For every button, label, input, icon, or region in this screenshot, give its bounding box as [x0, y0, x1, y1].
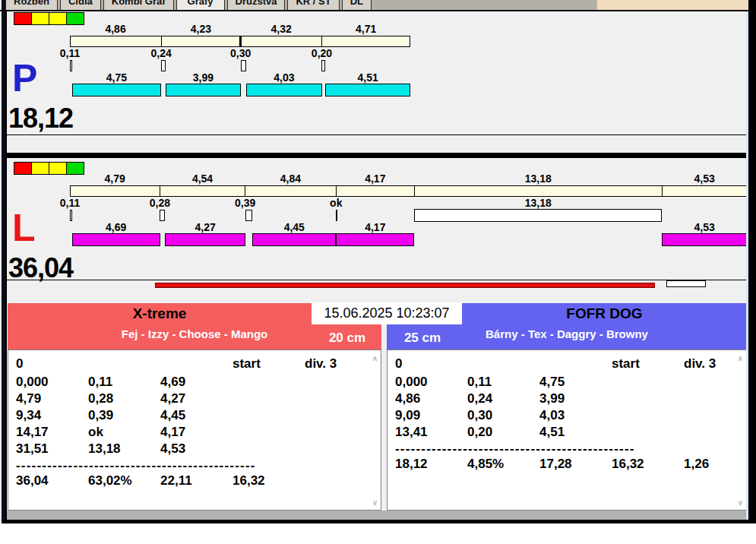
table-cell: 16,32	[232, 473, 265, 489]
table-header-start: start	[232, 356, 261, 372]
table-cell: 63,02%	[88, 473, 132, 489]
tab-label: KR / ST	[296, 0, 331, 7]
tab-grafy[interactable]: Grafy	[176, 0, 225, 10]
table-cell: 22,11	[160, 473, 192, 489]
table-cell: 4,79	[16, 391, 41, 406]
scroll-down-icon[interactable]: ∨	[738, 499, 743, 507]
timeline-marker-bar	[155, 283, 655, 288]
table-cell: 4,69	[160, 375, 185, 390]
panel-divider	[5, 153, 748, 158]
tab-label: Kombi Graf	[112, 0, 166, 7]
table-cell: 4,53	[160, 441, 185, 457]
table-header-start: start	[612, 356, 640, 372]
table-cell: 3,99	[539, 391, 565, 406]
table-cell: 4,27	[160, 391, 185, 406]
table-cell: 0,11	[88, 375, 112, 390]
tab-dl[interactable]: DL	[342, 0, 372, 10]
team-left-name: X-treme	[8, 305, 312, 322]
flyball-timing-window: RozbehCidlaKombi GrafGrafyDruzstvaKR / S…	[0, 0, 756, 544]
team-left-results-list[interactable]: 0 start div. 3 ∧ ∨ 0,0000,114,694,790,28…	[8, 349, 381, 511]
bottom-scroll-strip	[7, 511, 746, 520]
table-cell: 4,45	[160, 408, 185, 423]
table-cell: 0,30	[467, 408, 492, 423]
scroll-down-icon[interactable]: ∨	[372, 499, 378, 507]
table-cell: 9,34	[16, 408, 41, 423]
tab-rozbeh[interactable]: Rozbeh	[5, 0, 58, 10]
window-right-border	[748, 0, 756, 523]
table-cell: 18,12	[395, 457, 428, 472]
table-cell: 0,11	[467, 375, 492, 390]
table-header-zero: 0	[16, 356, 23, 372]
table-cell: 31,51	[16, 441, 49, 457]
scroll-up-icon[interactable]: ∧	[738, 355, 743, 362]
table-cell: 4,86	[395, 391, 420, 406]
tab-label: Rozbeh	[14, 0, 49, 7]
table-separator: ----------------------------------------…	[16, 458, 256, 473]
table-cell: 0,24	[467, 391, 492, 406]
table-cell: 4,85%	[467, 457, 504, 472]
tab-bar: RozbehCidlaKombi GrafGrafyDruzstvaKR / S…	[5, 0, 597, 10]
table-header-division: div. 3	[305, 356, 337, 372]
table-cell: 0,28	[88, 391, 113, 406]
table-cell: 0,000	[16, 375, 49, 390]
datetime-display: 15.06.2025 10:23:07	[312, 302, 462, 324]
tab-label: Druzstva	[236, 0, 277, 7]
table-cell: 0,20	[467, 425, 492, 440]
team-right-hurdle-height: 25 cm	[388, 331, 457, 346]
table-cell: 4,17	[160, 425, 185, 440]
table-cell: 4,51	[539, 425, 565, 440]
table-cell: 4,03	[539, 408, 565, 423]
tab-druzstva[interactable]: Druzstva	[227, 0, 286, 10]
tab-kombi-graf[interactable]: Kombi Graf	[103, 0, 174, 10]
table-cell: 16,32	[612, 457, 644, 472]
team-left-hurdle-height: 20 cm	[313, 331, 381, 346]
table-cell: 36,04	[16, 473, 49, 489]
table-header-division: div. 3	[684, 356, 716, 372]
lane-P-underline	[7, 134, 746, 135]
table-cell: 13,41	[395, 425, 428, 440]
tab-label: Cidla	[68, 0, 93, 7]
tab-cidla[interactable]: Cidla	[60, 0, 101, 10]
window-bottom-border	[2, 520, 756, 523]
table-cell: 4,75	[539, 375, 565, 390]
desktop-top-right-strip	[597, 0, 748, 10]
team-right-results-list[interactable]: 0 start div. 3 ∧ ∨ 0,0000,114,754,860,24…	[387, 349, 747, 511]
table-cell: 9,09	[395, 408, 420, 423]
table-cell: 0,39	[88, 408, 113, 423]
timeline-marker-box	[666, 280, 706, 287]
lane-L-underline	[7, 280, 746, 280]
scroll-up-icon[interactable]: ∧	[372, 355, 378, 362]
table-cell: 17,28	[539, 457, 572, 472]
table-cell: 14,17	[16, 425, 49, 440]
table-cell: 0,000	[395, 375, 428, 390]
table-header-zero: 0	[395, 356, 402, 372]
team-right-name: FOFR DOG	[462, 305, 747, 322]
table-cell: 13,18	[88, 441, 121, 457]
tab-label: Grafy	[188, 0, 214, 7]
table-cell: ok	[88, 425, 103, 440]
tab-label: DL	[350, 0, 363, 7]
table-cell: 1,26	[684, 457, 709, 472]
table-separator: ----------------------------------------…	[395, 441, 635, 457]
tab-kr-st[interactable]: KR / ST	[287, 0, 339, 10]
